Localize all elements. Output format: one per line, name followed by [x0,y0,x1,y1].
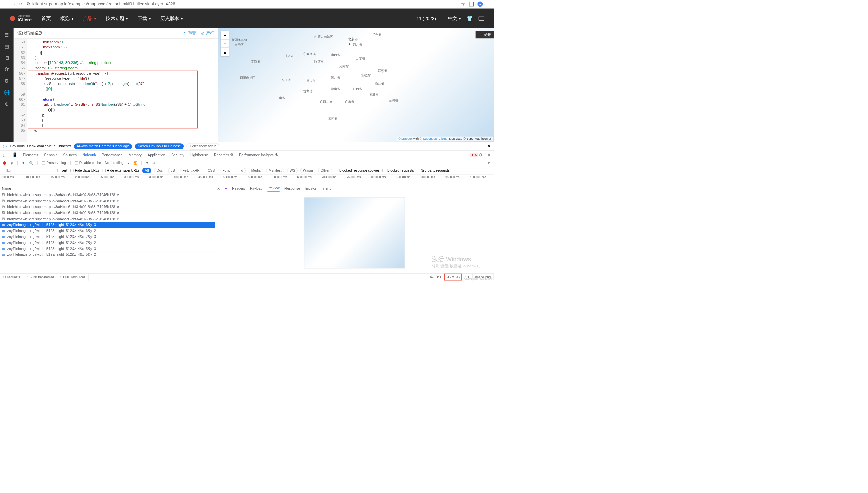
nav-lang[interactable]: 中文 ▾ [448,15,461,21]
tab-network[interactable]: Network [82,151,96,159]
banner-match-button[interactable]: Always match Chrome's language [74,143,132,149]
detail-close-icon[interactable]: ✕ [217,186,220,191]
code-area[interactable]: 505152535455 56▾57▾58 59 60▾61 62636465 … [14,39,218,142]
nav-version[interactable]: 11i(2023) [416,16,436,21]
chip-all[interactable]: All [142,168,151,173]
sidebar-settings-icon[interactable]: ⚙ [4,78,9,84]
dtab-payload[interactable]: Payload [250,185,262,192]
hide-data-checkbox[interactable]: Hide data URLs [70,169,99,173]
filter-input[interactable] [3,168,51,173]
chip-doc[interactable]: Doc [154,168,165,173]
request-row[interactable]: 🖼blob:https://iclient.supermap.io/3ad4bc… [0,198,215,204]
tab-recorder[interactable]: Recorder ⚗ [214,151,233,159]
profile-avatar[interactable]: ▲ [477,2,483,7]
code-content[interactable]: "minzoom": 0, "maxzoom": 22 }] }, center… [27,39,218,142]
tab-application[interactable]: Application [147,151,165,159]
request-row[interactable]: 🖼blob:https://iclient.supermap.io/3ad4bc… [0,204,215,210]
dtab-initiator[interactable]: Initiator [305,185,316,192]
request-row[interactable]: ▦zxyTileImage.png?width=512&height=512&z… [0,240,215,246]
search-icon[interactable]: 🔍 [29,161,34,165]
request-row[interactable]: ▦zxyTileImage.png?width=512&height=512&z… [0,246,215,252]
nav-tech[interactable]: 技术专题 ▾ [106,15,128,21]
nav-home[interactable]: 首页 [41,15,51,21]
close-devtools-icon[interactable]: ✕ [488,152,491,157]
bookmark-icon[interactable]: ☆ [461,2,465,7]
third-party-checkbox[interactable]: 3rd-party requests [417,169,450,173]
chip-css[interactable]: CSS [205,168,217,173]
upload-icon[interactable]: ⬆ [146,161,149,165]
chip-font[interactable]: Font [220,168,232,173]
banner-close-icon[interactable]: ✕ [487,144,491,149]
sidebar-list-icon[interactable]: ▤ [4,43,9,49]
sidebar-globe-icon[interactable]: 🌐 [4,89,9,95]
filter-icon[interactable]: ▼ [22,161,25,165]
reset-button[interactable]: ↻ 重置 [183,30,196,36]
inspect-icon[interactable]: ⬚ [3,152,7,157]
dtab-timing[interactable]: Timing [321,185,331,192]
wifi-icon[interactable]: 📶 [133,161,138,165]
tab-security[interactable]: Security [171,151,184,159]
nav-product[interactable]: 产品 ▾ [83,15,96,21]
chip-js[interactable]: JS [168,168,177,173]
download-icon[interactable]: ⬇ [153,161,156,165]
chip-media[interactable]: Media [249,168,263,173]
sidebar-globe2-icon[interactable]: ⊕ [4,101,9,107]
tab-elements[interactable]: Elements [23,151,38,159]
request-row[interactable]: 🖼blob:https://iclient.supermap.io/3ad4bc… [0,192,215,198]
feedback-icon[interactable] [479,16,484,21]
compass-button[interactable]: ▲ [221,48,229,56]
logo[interactable]: ⬢ SuperMap iClient [9,14,32,22]
network-settings-icon[interactable]: ⚙ [488,161,491,165]
more-icon[interactable]: ⋮ [483,152,487,157]
nav-history[interactable]: 历史版本 ▾ [160,15,183,21]
blocked-req-checkbox[interactable]: Blocked requests [382,169,414,173]
expand-button[interactable]: ⛶ 展开 [476,31,494,38]
sidebar-menu-icon[interactable]: ☰ [4,32,9,38]
tab-console[interactable]: Console [44,151,58,159]
chip-other[interactable]: Other [318,168,332,173]
nav-download[interactable]: 下载 ▾ [138,15,151,21]
url-bar[interactable]: ⚙ iclient.supermap.io/examples/mapboxgl/… [26,2,457,7]
nav-overview[interactable]: 概览 ▾ [60,15,74,21]
throttling-select[interactable]: No throttling [105,161,123,165]
tab-memory[interactable]: Memory [129,151,142,159]
request-row[interactable]: ▦zxyTileImage.png?width=512&height=512&z… [0,234,215,240]
preserve-log-checkbox[interactable]: Preserve log [42,161,66,165]
chip-wasm[interactable]: Wasm [300,168,315,173]
banner-switch-button[interactable]: Switch DevTools to Chinese [135,143,184,149]
site-info-icon[interactable]: ⚙ [26,2,30,7]
dtab-headers[interactable]: Headers [232,185,245,192]
name-header[interactable]: Name [0,185,215,192]
dtab-response[interactable]: Response [284,185,300,192]
clear-icon[interactable]: ⊘ [10,161,13,165]
tab-sources[interactable]: Sources [63,151,77,159]
tab-lighthouse[interactable]: Lighthouse [190,151,208,159]
timeline[interactable]: 50000 ms100000 ms150000 ms200000 ms25000… [0,174,494,185]
chip-fetch[interactable]: Fetch/XHR [180,168,202,173]
dtab-preview[interactable]: Preview [267,185,279,192]
blocked-cookies-checkbox[interactable]: Blocked response cookies [335,169,380,173]
zoom-in-button[interactable]: + [221,31,229,39]
request-row[interactable]: 🖼blob:https://iclient.supermap.io/3ad4bc… [0,210,215,216]
tshirt-icon[interactable]: 👕 [467,15,473,21]
map-panel[interactable]: 新疆维吾尔自治区内蒙古自治区辽宁省河北省山西省陕西省青海省西藏自治区四川省重庆市… [218,28,494,142]
tab-performance[interactable]: Performance [102,151,123,159]
back-icon[interactable]: ← [4,2,7,6]
disable-cache-checkbox[interactable]: Disable cache [75,161,101,165]
request-row[interactable]: ▦zxyTileImage.png?width=512&height=512&z… [0,222,215,228]
settings-icon[interactable]: ⚙ [479,152,482,157]
hide-ext-checkbox[interactable]: Hide extension URLs [102,169,140,173]
banner-dismiss-button[interactable]: Don't show again [186,143,219,149]
chip-ws[interactable]: WS [287,168,298,173]
sidebar-map-icon[interactable]: 🗺 [4,66,9,72]
zoom-out-button[interactable]: − [221,39,229,48]
record-button[interactable] [3,161,6,165]
request-row[interactable]: ▦zxyTileImage.png?width=512&height=512&z… [0,228,215,234]
error-count[interactable]: ◧ 5 [470,153,478,157]
forward-icon[interactable]: → [12,2,15,6]
extension-icon[interactable] [469,2,474,7]
request-row[interactable]: ▦zxyTileImage.png?width=512&height=512&z… [0,252,215,258]
invert-checkbox[interactable]: Invert [54,169,67,173]
request-row[interactable]: 🖼blob:https://iclient.supermap.io/3ad4bc… [0,216,215,222]
device-icon[interactable]: 📱 [12,152,17,157]
